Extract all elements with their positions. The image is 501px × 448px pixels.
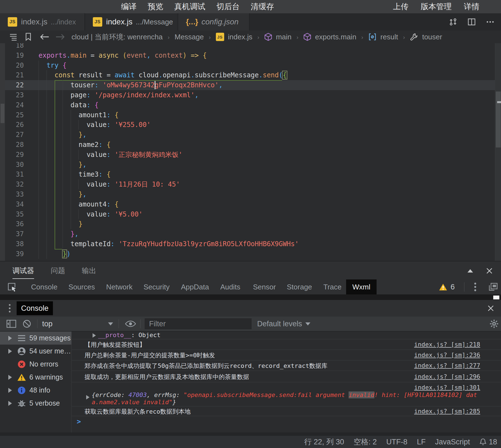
close-panel-icon[interactable] [485,267,493,275]
breadcrumb-item-1[interactable]: cloud | 当前环境: wenrencha [71,32,163,42]
expand-arrow-icon[interactable] [86,395,90,399]
warning-count[interactable]: 6 [451,283,455,291]
eye-icon[interactable] [125,317,136,331]
code-line-33: 33 }, [0,189,495,199]
console-message-8[interactable]: > [72,416,501,429]
editor-scrollbar[interactable] [495,43,501,261]
status-item-3[interactable]: UTF-8 [386,438,408,446]
line-number: 20 [0,60,24,70]
console-settings-icon[interactable] [489,317,499,331]
source-link[interactable]: index.js? [sm]:296 [414,373,480,380]
code-editor[interactable]: 1819exports.main = async (event, context… [0,43,501,261]
context-selector[interactable]: top [42,317,53,331]
devtools-tab-wxml[interactable]: Wxml [346,279,377,294]
menu-item-2[interactable]: 预览 [148,1,163,12]
devtools-tab-trace[interactable]: Trace [323,279,342,294]
source-link[interactable]: index.js? [sm]:218 [414,341,480,348]
log-text: 获取云数据库最新六条reco数据到本地 [85,408,191,416]
bookmark-icon[interactable] [24,32,33,42]
split-editor-icon[interactable] [467,17,476,26]
console-filter-5-verbose[interactable]: 5 verbose [0,397,71,410]
debugger-tab-1[interactable]: 调试器 [12,262,34,279]
menu-item-right-2[interactable]: 版本管理 [421,1,452,12]
console-sidebar-toggle-icon[interactable] [6,317,17,331]
status-item-2[interactable]: 空格: 2 [354,437,377,447]
debugger-tab-3[interactable]: 输出 [82,262,96,279]
source-link[interactable]: index.js? [sm]:301 [414,384,480,391]
status-item-1[interactable]: 行 22, 列 30 [304,437,344,447]
devtools-tab-network[interactable]: Network [106,279,132,294]
devtools-tab-console[interactable]: Console [31,279,57,294]
log-levels-arrow-icon[interactable] [305,317,310,331]
drawer-close-icon[interactable] [487,300,495,317]
warning-icon [439,283,447,291]
log-levels-selector[interactable]: Default levels [257,317,302,331]
breadcrumb-item-4[interactable]: main [264,33,292,41]
devtools-menu-icon[interactable] [474,281,477,292]
context-selector-arrow-icon[interactable] [108,317,113,331]
menu-item-right-1[interactable]: 上传 [393,1,408,12]
console-filter-54-user-me-[interactable]: 54 user me… [0,345,71,358]
console-message-4[interactable]: 郑亦成在茶仓中成功提取了50g茶品已添加新数据到云record、record_e… [72,360,501,371]
more-actions-icon[interactable] [485,17,495,27]
code-line-18: 18 [0,43,495,50]
outline-icon[interactable] [8,32,18,42]
expand-arrow-icon[interactable] [8,349,12,354]
editor-tab-config.json[interactable]: {…}config.json [178,13,250,30]
menu-item-1[interactable]: 编译 [121,1,137,12]
drawer-tab-console[interactable]: Console [17,301,53,315]
code-text: page: '/pages/index/index.wxml', [39,90,199,100]
console-filter-59-messages[interactable]: 59 messages [0,332,71,345]
console-message-2[interactable]: 【用户触发提茶按钮】index.js? [sm]:218 [72,339,501,350]
navigate-back-icon[interactable] [39,33,50,41]
menu-item-3[interactable]: 真机调试 [174,1,205,12]
devtools-tab-appdata[interactable]: AppData [181,279,209,294]
clear-console-icon[interactable] [22,317,32,331]
console-filter-48-info[interactable]: 48 info [0,384,71,397]
console-prompt-icon[interactable]: > [77,418,81,426]
menu-item-4[interactable]: 切后台 [216,1,240,12]
expand-arrow-icon[interactable] [8,375,12,380]
breadcrumb-item-7[interactable]: touser [410,33,442,41]
status-bar: 行 22, 列 30空格: 2UTF-8LFJavaScript18 [0,436,501,448]
editor-scrollbar-thumb[interactable] [496,91,501,147]
editor-tab-index.js.../Message[interactable]: JSindex.js.../Message [85,13,178,30]
expand-arrow-icon[interactable] [8,336,12,341]
console-filter-6-warnings[interactable]: 6 warnings [0,371,71,384]
console-message-7[interactable]: 获取云数据库最新六条reco数据到本地index.js? [sm]:285 [72,406,501,416]
collapse-panel-icon[interactable] [467,268,474,273]
expand-arrow-icon[interactable] [93,333,96,338]
console-message-6[interactable]: index.js? [sm]:301{errCode: 47003, errMs… [72,382,501,406]
source-link[interactable]: index.js? [sm]:277 [414,362,480,369]
notifications-status[interactable]: 18 [479,438,497,446]
status-item-4[interactable]: LF [417,438,426,446]
editor-tab-index.js.../index[interactable]: JSindex.js.../index [0,13,85,30]
console-message-1[interactable]: __proto__: Object [72,332,501,339]
undock-icon[interactable] [488,282,498,292]
source-link[interactable]: index.js? [sm]:236 [414,352,480,358]
expand-arrow-icon[interactable] [8,388,12,393]
menu-item-5[interactable]: 清缓存 [251,1,274,12]
cube-symbol-icon [264,33,272,41]
drawer-menu-icon[interactable] [8,303,11,313]
breadcrumb-item-2[interactable]: Message [175,33,204,41]
breadcrumb-item-3[interactable]: JSindex.js [216,33,252,41]
expand-arrow-icon[interactable] [8,401,12,406]
source-link[interactable]: index.js? [sm]:285 [414,408,480,415]
filter-input[interactable]: Filter [145,318,252,329]
status-item-5[interactable]: JavaScript [435,438,470,446]
console-filter-no-errors[interactable]: No errors [0,358,71,371]
devtools-tab-sources[interactable]: Sources [68,279,95,294]
devtools-tab-security[interactable]: Security [144,279,170,294]
compare-changes-icon[interactable] [448,17,458,27]
menu-item-right-3[interactable]: 详情 [464,1,479,12]
breadcrumb-item-5[interactable]: exports.main [303,33,356,41]
devtools-tab-sensor[interactable]: Sensor [253,279,276,294]
console-message-5[interactable]: 提取成功，更新相应用户云数据库及本地数据库中的茶量数据index.js? [sm… [72,371,501,382]
console-message-3[interactable]: 用户总剩余茶量-用户提交的提茶数量>=0时触发index.js? [sm]:23… [72,350,501,360]
devtools-tab-audits[interactable]: Audits [220,279,240,294]
breadcrumb-item-6[interactable]: result [368,33,398,41]
devtools-tab-storage[interactable]: Storage [287,279,312,294]
navigate-forward-icon[interactable] [55,33,65,41]
debugger-tab-2[interactable]: 问题 [51,262,65,279]
